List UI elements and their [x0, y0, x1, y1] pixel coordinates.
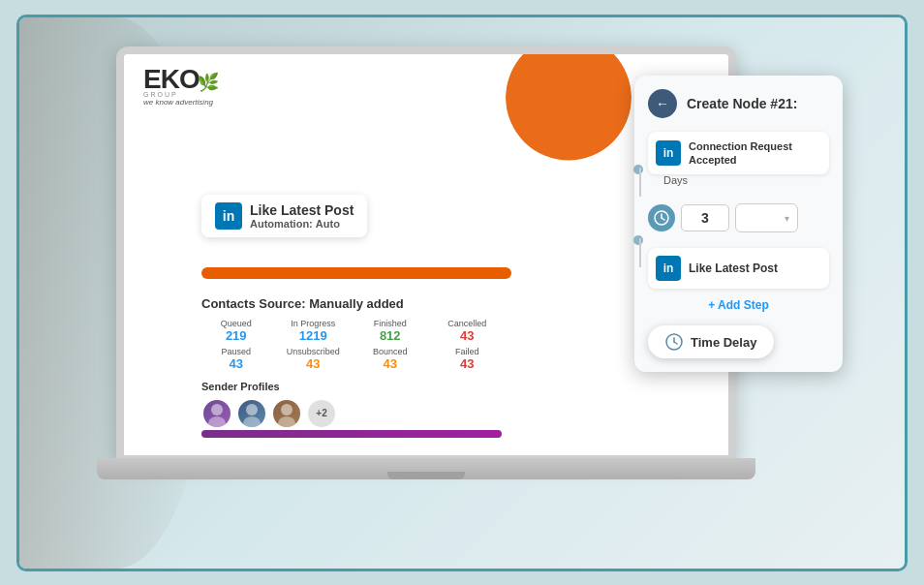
stat-finished: Finished 812 — [355, 319, 425, 343]
stat-label-inprogress: In Progress — [279, 319, 349, 328]
connector-line-1 — [639, 168, 641, 197]
time-delay-popup: Time Delay — [648, 325, 774, 358]
laptop-wrapper: EKO🌿 GROUP we know advertising in Like L… — [97, 46, 794, 550]
stat-value-unsubscribed: 43 — [279, 356, 349, 371]
li-card-sub: Automation: Auto — [250, 218, 354, 230]
linkedin-icon: in — [215, 202, 242, 230]
contacts-title: Contacts Source: Manually added — [201, 296, 502, 311]
svg-line-8 — [662, 218, 664, 220]
avatar-3 — [271, 398, 302, 429]
connection-request-row: in Connection RequestAccepted — [648, 132, 829, 175]
back-button[interactable]: ← — [648, 89, 677, 118]
timer-icon — [665, 333, 683, 351]
li-card-info: Like Latest Post Automation: Auto — [250, 202, 354, 230]
time-delay-text: Time Delay — [691, 335, 756, 350]
days-dropdown[interactable]: ▾ — [735, 203, 798, 232]
create-node-panel: ← Create Node #21: in Connection Request… — [634, 76, 843, 373]
days-label: Days — [663, 174, 688, 186]
days-input[interactable]: 3 — [681, 204, 729, 231]
avatars-row: +2 — [201, 398, 502, 429]
svg-point-5 — [278, 416, 295, 427]
connector-dot-1 — [633, 165, 643, 174]
stat-label-failed: Failed — [433, 347, 503, 356]
avatar-more: +2 — [306, 398, 337, 429]
svg-point-0 — [211, 404, 223, 416]
svg-point-2 — [246, 404, 258, 416]
chevron-down-icon: ▾ — [785, 213, 789, 224]
avatar-1 — [201, 398, 232, 429]
sender-profiles-title: Sender Profiles — [201, 381, 502, 392]
stat-label-finished: Finished — [355, 319, 425, 328]
like-post-text: Like Latest Post — [689, 262, 778, 275]
svg-point-4 — [281, 404, 293, 416]
logo-tagline: we know advertising — [143, 98, 218, 107]
li-icon-like: in — [656, 256, 681, 281]
panel-header: ← Create Node #21: — [648, 89, 829, 118]
laptop-base — [97, 458, 755, 479]
orange-decoration — [506, 54, 631, 161]
like-post-row: in Like Latest Post — [648, 248, 829, 289]
connector-dot-2 — [633, 235, 643, 245]
outer-border: EKO🌿 GROUP we know advertising in Like L… — [16, 15, 908, 571]
stat-label-paused: Paused — [201, 347, 271, 356]
stat-label-bounced: Bounced — [355, 347, 425, 356]
leaf-icon: 🌿 — [198, 74, 218, 91]
stat-paused: Paused 43 — [201, 347, 271, 371]
stat-unsubscribed: Unsubscribed 43 — [279, 347, 349, 371]
connection-text: Connection RequestAccepted — [689, 139, 792, 168]
avatar-2 — [236, 398, 267, 429]
stat-value-cancelled: 43 — [433, 328, 503, 343]
stat-bounced: Bounced 43 — [355, 347, 425, 371]
stat-value-inprogress: 1219 — [279, 328, 349, 343]
stat-value-failed: 43 — [433, 356, 503, 371]
panel-title: Create Node #21: — [687, 96, 797, 111]
stat-queued: Queued 219 — [201, 319, 271, 343]
stat-failed: Failed 43 — [433, 347, 503, 371]
svg-point-1 — [208, 416, 226, 427]
stat-label-cancelled: Cancelled — [433, 319, 503, 328]
stat-inprogress: In Progress 1219 — [279, 319, 349, 343]
linkedin-card: in Like Latest Post Automation: Auto — [201, 195, 367, 237]
connector-line-2 — [639, 238, 641, 267]
stat-cancelled: Cancelled 43 — [433, 319, 503, 343]
stat-value-bounced: 43 — [355, 356, 425, 371]
stat-label-queued: Queued — [201, 319, 271, 328]
contacts-panel: Contacts Source: Manually added Queued 2… — [201, 296, 502, 429]
logo-text: EKO🌿 — [143, 66, 218, 93]
logo-o: O — [179, 64, 200, 94]
orange-bar — [201, 267, 511, 279]
logo-area: EKO🌿 GROUP we know advertising — [143, 66, 218, 107]
stat-label-unsubscribed: Unsubscribed — [279, 347, 349, 356]
li-card-title: Like Latest Post — [250, 202, 354, 218]
clock-icon — [648, 204, 675, 231]
li-icon-connection: in — [656, 140, 681, 166]
purple-bar — [201, 430, 502, 438]
stat-value-paused: 43 — [201, 356, 271, 371]
stats-grid: Queued 219 In Progress 1219 Finished 812 — [201, 319, 502, 371]
stat-value-finished: 812 — [355, 328, 425, 343]
svg-point-3 — [243, 416, 261, 427]
add-step-button[interactable]: + Add Step — [648, 298, 829, 312]
stat-value-queued: 219 — [201, 328, 271, 343]
svg-line-11 — [674, 342, 677, 344]
